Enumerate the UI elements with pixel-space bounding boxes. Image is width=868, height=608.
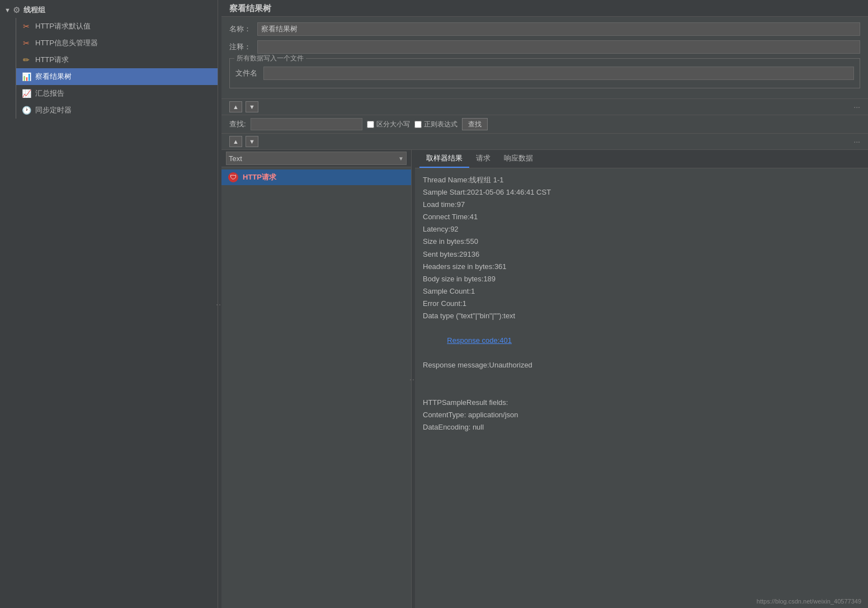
regex-checkbox[interactable] — [414, 121, 422, 128]
http-request-item[interactable]: HTTP请求 — [221, 169, 411, 185]
left-content: Text ▼ HTTP请求 — [221, 150, 412, 608]
watermark: https://blog.csdn.net/weixin_40577349 — [757, 598, 861, 605]
file-group-box: 所有数据写入一个文件 文件名 — [229, 58, 860, 88]
tab-response-data[interactable]: 响应数据 — [497, 150, 540, 168]
form-section: 名称： 注释： 所有数据写入一个文件 文件名 — [221, 17, 868, 99]
result-response-message: Response message:Unauthorized — [423, 359, 860, 371]
move-up-btn-2[interactable]: ▲ — [229, 136, 242, 147]
clock-icon: 🕐 — [21, 105, 32, 116]
toolbar-dots-2[interactable]: ··· — [853, 137, 860, 146]
sidebar-item-http-request[interactable]: ✏ HTTP请求 — [16, 51, 218, 68]
panel-title-bar: 察看结果树 — [221, 0, 868, 17]
name-input[interactable] — [257, 22, 860, 36]
name-label: 名称： — [229, 24, 257, 34]
comment-input[interactable] — [257, 40, 860, 54]
tabs-bar: 取样器结果 请求 响应数据 — [415, 150, 868, 168]
file-label: 文件名 — [235, 68, 263, 78]
result-body-size: Body size in bytes:189 — [423, 273, 860, 285]
result-http-result-label: HTTPSampleResult fields: — [423, 397, 860, 409]
result-headers-size: Headers size in bytes:361 — [423, 261, 860, 273]
pencil-icon: ✏ — [21, 54, 32, 65]
file-input[interactable] — [263, 67, 854, 80]
chart-icon: 📊 — [21, 71, 32, 82]
sidebar-item-label: 同步定时器 — [35, 105, 72, 115]
result-blank1 — [423, 372, 860, 384]
toolbar-row-2: ▲ ▼ ··· — [221, 134, 868, 150]
sidebar-item-label: 察看结果树 — [35, 72, 72, 82]
result-connect-time: Connect Time:41 — [423, 211, 860, 223]
result-latency: Latency:92 — [423, 223, 860, 235]
tab-request[interactable]: 请求 — [469, 150, 497, 168]
sidebar-item-sync-timer[interactable]: 🕐 同步定时器 — [16, 102, 218, 119]
result-sample-count: Sample Count:1 — [423, 285, 860, 298]
move-down-btn-2[interactable]: ▼ — [246, 136, 258, 147]
content-split: Text ▼ HTTP请求 ⋮ 取样器 — [221, 150, 868, 608]
result-data-type: Data type ("text"|"bin"|""):text — [423, 310, 860, 322]
sidebar-item-label: HTTP请求 — [35, 55, 69, 65]
text-dropdown[interactable]: Text ▼ — [226, 152, 407, 165]
result-response-code: Response code:401 — [423, 322, 860, 359]
result-size-bytes: Size in bytes:550 — [423, 235, 860, 248]
tree-children: ✂ HTTP请求默认值 ✂ HTTP信息头管理器 ✏ HTTP请求 📊 察看结果… — [16, 18, 218, 119]
group-label: 线程组 — [23, 5, 45, 15]
expand-arrow-icon: ▼ — [4, 7, 11, 13]
result-content-type: ContentType: application/json — [423, 409, 860, 421]
case-sensitive-label[interactable]: 区分大小写 — [367, 120, 410, 129]
name-row: 名称： — [229, 22, 860, 36]
search-label: 查找: — [229, 119, 246, 129]
toolbar-dots-1[interactable]: ··· — [853, 102, 860, 111]
search-input[interactable] — [251, 118, 362, 130]
comment-label: 注释： — [229, 42, 257, 52]
file-group-title: 所有数据写入一个文件 — [234, 54, 306, 63]
sidebar-item-summary-report[interactable]: 📈 汇总报告 — [16, 85, 218, 102]
sidebar-item-label: 汇总报告 — [35, 88, 64, 98]
regex-label[interactable]: 正则表达式 — [414, 120, 457, 129]
move-up-btn-1[interactable]: ▲ — [229, 101, 242, 112]
result-sample-start: Sample Start:2021-05-06 14:46:41 CST — [423, 186, 860, 199]
sidebar-item-http-headers[interactable]: ✂ HTTP信息头管理器 — [16, 35, 218, 51]
dropdown-arrow-icon: ▼ — [398, 155, 404, 162]
result-sent-bytes: Sent bytes:29136 — [423, 248, 860, 261]
result-load-time: Load time:97 — [423, 199, 860, 211]
case-sensitive-checkbox[interactable] — [367, 121, 374, 128]
sidebar-item-http-defaults[interactable]: ✂ HTTP请求默认值 — [16, 18, 218, 35]
chart-icon-2: 📈 — [21, 88, 32, 99]
search-btn[interactable]: 查找 — [462, 118, 488, 130]
left-toolbar: Text ▼ — [221, 150, 411, 167]
tree-list: HTTP请求 — [221, 167, 411, 608]
results-content: Thread Name:线程组 1-1 Sample Start:2021-05… — [415, 168, 868, 608]
group-header[interactable]: ▼ ⚙ 线程组 — [0, 2, 218, 18]
error-shield-icon — [228, 172, 238, 182]
gear-icon: ⚙ — [13, 5, 20, 15]
main-panel: 察看结果树 名称： 注释： 所有数据写入一个文件 文件名 ▲ — [221, 0, 868, 608]
sidebar-item-view-results[interactable]: 📊 察看结果树 — [16, 68, 218, 85]
panel-title: 察看结果树 — [229, 3, 271, 13]
response-code-link[interactable]: Response code:401 — [447, 336, 512, 345]
http-request-label: HTTP请求 — [243, 172, 276, 182]
scissors-icon-2: ✂ — [21, 37, 32, 49]
scissors-icon: ✂ — [21, 21, 32, 32]
search-bar: 查找: 区分大小写 正则表达式 查找 — [221, 115, 868, 134]
dropdown-label: Text — [229, 154, 242, 163]
right-content: 取样器结果 请求 响应数据 Thread Name:线程组 1-1 Sample… — [415, 150, 868, 608]
file-row: 文件名 — [235, 67, 854, 80]
result-error-count: Error Count:1 — [423, 298, 860, 310]
sidebar-item-label: HTTP请求默认值 — [35, 21, 91, 31]
tab-sampler-result[interactable]: 取样器结果 — [419, 150, 469, 168]
result-thread-name: Thread Name:线程组 1-1 — [423, 174, 860, 186]
sidebar-item-label: HTTP信息头管理器 — [35, 38, 98, 48]
toolbar-row-1: ▲ ▼ ··· — [221, 99, 868, 115]
move-down-btn-1[interactable]: ▼ — [246, 101, 258, 112]
result-blank2 — [423, 384, 860, 397]
result-data-encoding: DataEncoding: null — [423, 421, 860, 433]
comment-row: 注释： — [229, 40, 860, 54]
sidebar: ▼ ⚙ 线程组 ✂ HTTP请求默认值 ✂ HTTP信息头管理器 ✏ HTTP请… — [0, 0, 218, 608]
